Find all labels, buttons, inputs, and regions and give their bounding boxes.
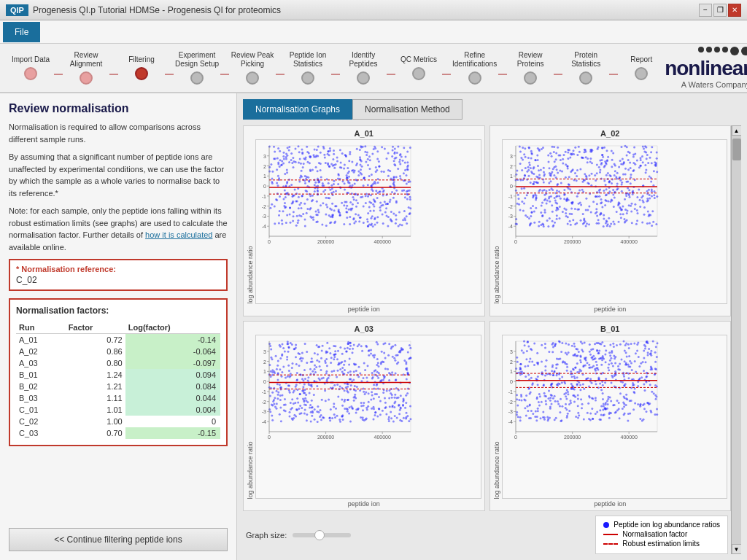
svg-point-1172 — [619, 206, 621, 209]
svg-text:0: 0 — [510, 184, 513, 189]
svg-point-124 — [364, 151, 366, 153]
scroll-down-button[interactable]: ▼ — [732, 544, 742, 554]
svg-point-1298 — [356, 386, 358, 388]
svg-point-1593 — [280, 386, 282, 388]
svg-point-2208 — [644, 347, 646, 349]
restore-button[interactable]: ❐ — [713, 4, 727, 17]
close-button[interactable]: ✕ — [728, 4, 741, 17]
svg-point-1155 — [581, 189, 583, 191]
svg-point-1850 — [341, 415, 343, 417]
svg-point-1485 — [303, 412, 306, 414]
svg-point-1515 — [405, 394, 407, 396]
nav-report[interactable]: Report — [618, 52, 665, 83]
svg-point-1621 — [268, 408, 271, 410]
graph-size-slider[interactable] — [293, 533, 351, 537]
svg-point-73 — [349, 201, 352, 203]
svg-point-1426 — [360, 405, 363, 407]
svg-point-1035 — [515, 218, 517, 220]
svg-point-2458 — [535, 397, 538, 400]
svg-point-204 — [347, 167, 349, 169]
svg-point-1616 — [294, 401, 296, 403]
nav-experiment-design[interactable]: ExperimentDesign Setup — [174, 48, 220, 88]
svg-point-2246 — [554, 342, 557, 344]
svg-point-1768 — [347, 410, 349, 412]
nav-peak-picking[interactable]: Review PeakPicking — [229, 48, 276, 88]
svg-point-1151 — [639, 157, 641, 159]
nav-filtering[interactable]: Filtering — [118, 52, 165, 83]
svg-point-1634 — [350, 384, 352, 386]
minimize-button[interactable]: − — [699, 4, 712, 17]
svg-point-438 — [346, 177, 348, 179]
svg-point-975 — [627, 181, 629, 183]
tab-normalisation-graphs[interactable]: Normalisation Graphs — [243, 99, 352, 120]
svg-point-2090 — [550, 402, 552, 405]
svg-point-1526 — [306, 361, 308, 363]
svg-point-2194 — [613, 354, 615, 357]
nav-qc-metrics[interactable]: QC Metrics — [395, 52, 442, 83]
scroll-up-button[interactable]: ▲ — [732, 125, 742, 136]
svg-point-543 — [312, 217, 314, 219]
svg-point-949 — [631, 193, 633, 195]
svg-point-206 — [322, 146, 325, 148]
svg-point-2384 — [601, 392, 603, 394]
svg-point-329 — [404, 169, 406, 171]
svg-point-451 — [349, 153, 351, 155]
svg-point-274 — [397, 146, 399, 148]
continue-button[interactable]: << Continue filtering peptide ions — [9, 528, 228, 551]
svg-point-1676 — [311, 410, 314, 412]
svg-point-2170 — [541, 360, 543, 362]
svg-point-1530 — [315, 366, 317, 368]
svg-point-2146 — [531, 360, 533, 362]
svg-point-1829 — [360, 345, 363, 347]
slider-thumb[interactable] — [314, 530, 325, 540]
svg-point-1023 — [566, 216, 568, 218]
svg-point-2313 — [591, 366, 593, 368]
nav-protein-stats[interactable]: ProteinStatistics — [562, 48, 609, 88]
svg-point-2203 — [603, 345, 605, 347]
svg-point-814 — [635, 209, 638, 211]
svg-point-2424 — [560, 420, 562, 422]
svg-point-985 — [555, 152, 557, 154]
svg-point-2320 — [629, 365, 631, 368]
svg-point-2086 — [582, 418, 584, 420]
file-menu[interactable]: File — [3, 22, 40, 42]
svg-point-1955 — [599, 409, 601, 411]
svg-point-1036 — [653, 194, 655, 196]
how-it-calculated-link[interactable]: how it is calculated — [145, 230, 212, 239]
scroll-thumb[interactable] — [732, 139, 741, 160]
svg-point-334 — [398, 211, 400, 214]
svg-point-1649 — [269, 411, 271, 413]
graph-plot: 0200000400000 -4-3-2-10123 — [502, 335, 728, 499]
tab-normalisation-method[interactable]: Normalisation Method — [352, 99, 462, 120]
svg-point-2451 — [526, 341, 528, 343]
svg-point-822 — [603, 180, 605, 182]
nav-identify-peptides[interactable]: IdentifyPeptides — [340, 48, 387, 88]
svg-point-1635 — [303, 400, 305, 402]
svg-point-2350 — [624, 362, 627, 364]
svg-point-1849 — [376, 384, 378, 386]
svg-point-952 — [581, 181, 584, 183]
nav-peptide-stats[interactable]: Peptide IonStatistics — [285, 48, 331, 88]
nav-import-data[interactable]: Import Data — [7, 52, 54, 83]
nav-review-alignment[interactable]: ReviewAlignment — [63, 48, 109, 88]
svg-point-32 — [287, 147, 289, 149]
svg-point-1214 — [548, 167, 550, 169]
nav-review-proteins[interactable]: ReviewProteins — [507, 48, 554, 88]
norm-ref-label: * Normalisation reference: — [16, 265, 220, 273]
svg-point-2145 — [606, 403, 608, 405]
svg-point-1135 — [559, 198, 561, 200]
svg-point-2444 — [582, 365, 584, 368]
svg-point-909 — [636, 196, 638, 198]
svg-point-310 — [295, 201, 297, 203]
svg-point-2374 — [578, 381, 580, 384]
svg-point-793 — [563, 198, 565, 200]
nav-refine-id[interactable]: RefineIdentifications — [451, 48, 498, 88]
svg-text:0: 0 — [268, 435, 271, 440]
svg-point-1225 — [550, 155, 552, 158]
svg-point-569 — [271, 181, 273, 183]
svg-point-2393 — [630, 343, 632, 345]
svg-point-1198 — [553, 146, 555, 148]
svg-point-429 — [329, 149, 331, 152]
svg-point-992 — [528, 147, 530, 149]
svg-point-2127 — [520, 349, 522, 351]
